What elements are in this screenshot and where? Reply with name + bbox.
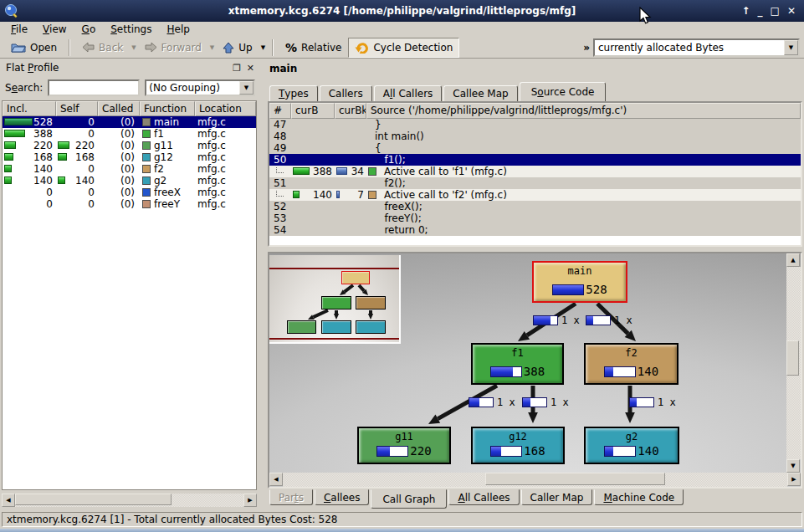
table-row[interactable]: 140 140 (0) g2 mfg.c	[3, 175, 256, 187]
graph-node[interactable]: f2 140	[584, 343, 679, 385]
column-header[interactable]: curB	[291, 103, 335, 119]
graph-node[interactable]: g12 168	[471, 427, 565, 464]
source-line[interactable]: 51 f2();	[269, 177, 801, 189]
source-line[interactable]: 47 }	[269, 119, 801, 130]
column-header[interactable]: Incl.	[3, 101, 56, 116]
graph-node[interactable]: g11 220	[357, 427, 451, 464]
minimize-button[interactable]: _	[758, 4, 763, 18]
tab[interactable]: All Callers	[374, 85, 443, 101]
menu-item[interactable]: Help	[159, 23, 197, 36]
search-input[interactable]	[48, 79, 140, 96]
table-row[interactable]: 140 0 (0) f2 mfg.c	[3, 163, 256, 175]
table-row[interactable]: 388 0 (0) f1 mfg.c	[3, 128, 256, 140]
scroll-left-icon[interactable]: ◀	[269, 473, 283, 486]
back-button[interactable]: Back	[75, 38, 130, 58]
forward-button[interactable]: Forward	[138, 38, 208, 58]
column-header[interactable]: Called	[98, 101, 140, 116]
function-tab-bar: TypesCallersAll CallersCallee MapSource …	[268, 81, 802, 101]
maximize-button[interactable]: □	[771, 4, 780, 18]
source-line[interactable]: 48 int main()	[269, 130, 801, 142]
toolbar-overflow-button[interactable]: »	[580, 42, 593, 54]
tab[interactable]: Call Graph	[371, 489, 447, 509]
tab[interactable]: Caller Map	[521, 489, 593, 505]
dock-close-icon[interactable]: ✕	[247, 63, 254, 74]
source-line[interactable]: 388 34 Active call to 'f1' (mfg.c)	[269, 166, 801, 177]
source-line[interactable]: 140 7 Active call to 'f2' (mfg.c)	[269, 189, 801, 201]
menu-item[interactable]: View	[35, 23, 74, 36]
tab[interactable]: Types	[269, 85, 318, 101]
column-header[interactable]: #	[269, 103, 291, 119]
tab[interactable]: Parts	[269, 489, 313, 505]
chevron-down-icon[interactable]: ▼	[239, 81, 253, 95]
source-line[interactable]: 52 freeX();	[269, 201, 801, 212]
scroll-up-icon[interactable]: ▲	[786, 253, 800, 267]
forward-arrow-icon	[145, 42, 157, 53]
horizontal-scrollbar[interactable]: ◀ ▶	[2, 494, 257, 507]
column-header[interactable]: Source ('/home/philippe/valgrind/littlep…	[366, 103, 801, 119]
scroll-left-icon[interactable]: ◀	[2, 494, 15, 507]
scrollbar-track[interactable]	[786, 267, 801, 459]
edge-label[interactable]: 1 x	[533, 315, 580, 326]
close-button[interactable]: ✕	[787, 4, 796, 18]
graph-node[interactable]: f1 388	[471, 343, 564, 385]
curb-cell	[291, 201, 335, 212]
tab[interactable]: All Callees	[448, 489, 519, 505]
source-line[interactable]: 49 {	[269, 142, 801, 154]
splitter[interactable]	[262, 59, 268, 510]
up-button[interactable]: Up	[216, 38, 259, 58]
forward-dropdown-icon[interactable]: ▼	[210, 44, 214, 51]
back-dropdown-icon[interactable]: ▼	[131, 44, 136, 51]
scroll-down-icon[interactable]: ▼	[786, 459, 800, 473]
table-row[interactable]: 0 0 (0) freeY mfg.c	[3, 198, 256, 210]
grouping-combobox[interactable]: (No Grouping) ▼	[145, 79, 255, 96]
vertical-scrollbar[interactable]: ▲ ▼	[786, 253, 801, 473]
horizontal-scrollbar[interactable]: ◀ ▶	[269, 473, 801, 487]
source-line[interactable]: 53 freeY();	[269, 212, 801, 224]
open-folder-icon	[11, 42, 26, 54]
column-header[interactable]: Self	[56, 101, 98, 116]
column-header[interactable]: Function	[140, 101, 195, 116]
menu-item[interactable]: File	[3, 23, 35, 36]
source-line[interactable]: 54 return 0;	[269, 224, 801, 236]
scrollbar-track[interactable]	[15, 494, 243, 507]
table-row[interactable]: 220 220 (0) g11 mfg.c	[3, 140, 256, 151]
scrollbar-thumb[interactable]	[15, 494, 172, 505]
shade-button[interactable]: ↑	[742, 4, 750, 18]
tab[interactable]: Machine Code	[594, 489, 684, 505]
scrollbar-thumb[interactable]	[786, 340, 799, 376]
tab[interactable]: Source Code	[520, 82, 607, 101]
table-row[interactable]: 168 168 (0) g12 mfg.c	[3, 151, 256, 163]
node-label: f2	[586, 347, 677, 359]
cycle-detection-button[interactable]: Cycle Detection	[348, 38, 459, 58]
tab[interactable]: Callee Map	[443, 85, 517, 101]
scroll-right-icon[interactable]: ▶	[787, 473, 801, 486]
relative-toggle-button[interactable]: % Relative	[279, 38, 348, 58]
scrollbar-track[interactable]	[283, 473, 787, 487]
table-row[interactable]: 528 0 (0) main mfg.c	[3, 116, 256, 128]
graph-overview-map[interactable]	[269, 255, 401, 344]
metric-combobox[interactable]: currently allocated Bytes ▼	[593, 38, 800, 57]
edge-label[interactable]: 1 x	[469, 396, 515, 408]
source-line[interactable]: 50 f1();	[269, 154, 801, 166]
up-dropdown-icon[interactable]: ▼	[261, 44, 265, 51]
incl-bar	[4, 165, 12, 172]
open-button[interactable]: Open	[4, 38, 64, 58]
edge-label[interactable]: 1 x	[629, 396, 676, 408]
call-graph-canvas[interactable]: main 528 f1 388 f2 140 g11 220 g12 168	[269, 253, 801, 487]
edge-label[interactable]: 1 x	[586, 315, 632, 326]
menu-item[interactable]: Go	[74, 23, 104, 36]
column-header[interactable]: curBk	[335, 103, 366, 119]
column-header[interactable]: Location	[195, 101, 256, 116]
edge-label[interactable]: 1 x	[522, 396, 569, 408]
table-row[interactable]: 0 0 (0) freeX mfg.c	[3, 187, 256, 198]
dock-float-icon[interactable]: ❐	[233, 63, 241, 74]
tab[interactable]: Callees	[315, 489, 369, 505]
graph-node[interactable]: g2 140	[584, 427, 679, 464]
node-cost-value: 140	[638, 444, 658, 458]
menu-item[interactable]: Settings	[103, 23, 159, 36]
graph-node[interactable]: main 528	[532, 261, 627, 303]
scrollbar-thumb[interactable]	[485, 473, 665, 485]
tab[interactable]: Callers	[320, 85, 372, 101]
chevron-down-icon[interactable]: ▼	[784, 40, 798, 55]
scroll-right-icon[interactable]: ▶	[243, 494, 257, 507]
